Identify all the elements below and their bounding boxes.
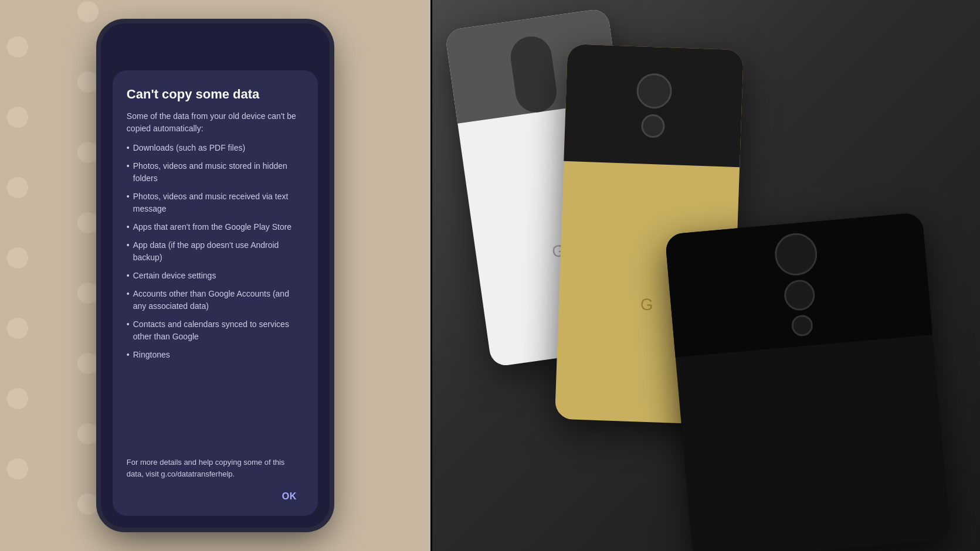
- ok-button[interactable]: OK: [277, 489, 301, 504]
- pixel-6pro-camera-bar: [564, 44, 744, 167]
- list-item-text: Apps that aren't from the Google Play St…: [133, 221, 291, 233]
- dialog-footer: For more details and help copying some o…: [127, 457, 304, 479]
- black-lens-large: [773, 232, 819, 277]
- bullet-icon: •: [127, 142, 130, 154]
- pixel-6pro-black: [664, 212, 950, 551]
- dialog-subtitle: Some of the data from your old device ca…: [127, 110, 304, 135]
- bullet-icon: •: [127, 191, 130, 203]
- dialog-card: Can't copy some data Some of the data fr…: [113, 70, 318, 516]
- bullet-icon: •: [127, 239, 130, 251]
- right-panel: G G: [432, 0, 980, 551]
- pixel-6pro-black-camera-bar: [664, 212, 932, 358]
- black-lens-small: [791, 314, 813, 337]
- list-item: •Ringtones: [127, 349, 304, 361]
- dialog-title: Can't copy some data: [127, 87, 304, 102]
- list-item: •Downloads (such as PDF files): [127, 142, 304, 154]
- list-item-text: Ringtones: [133, 349, 170, 361]
- phone-screen: Can't copy some data Some of the data fr…: [101, 23, 330, 528]
- pixel-6pro-logo: G: [635, 292, 659, 317]
- black-lens-group: [773, 232, 824, 338]
- bullet-icon: •: [127, 288, 130, 300]
- pixel-7a-lens: [508, 34, 559, 115]
- list-item-text: Photos, videos and music received via te…: [133, 191, 304, 215]
- list-item: •Photos, videos and music received via t…: [127, 191, 304, 215]
- bullet-icon: •: [127, 318, 130, 331]
- bullet-icon: •: [127, 221, 130, 233]
- list-item-text: Accounts other than Google Accounts (and…: [133, 288, 304, 312]
- pixel-6pro-secondary-lens: [640, 114, 664, 138]
- list-item: •App data (if the app doesn't use Androi…: [127, 239, 304, 264]
- list-item: •Contacts and calendars synced to servic…: [127, 318, 304, 343]
- pixel-6pro-main-lens: [636, 73, 672, 109]
- list-item: •Certain device settings: [127, 270, 304, 282]
- list-item-text: App data (if the app doesn't use Android…: [133, 239, 304, 264]
- phone-device: Can't copy some data Some of the data fr…: [101, 23, 330, 528]
- bullet-icon: •: [127, 160, 130, 172]
- bullet-icon: •: [127, 270, 130, 282]
- list-item-text: Downloads (such as PDF files): [133, 142, 245, 154]
- dialog-ok-row: OK: [127, 489, 304, 504]
- left-panel: Can't copy some data Some of the data fr…: [0, 0, 430, 551]
- list-item-text: Certain device settings: [133, 270, 216, 282]
- list-item-text: Photos, videos and music stored in hidde…: [133, 160, 304, 185]
- list-item: •Accounts other than Google Accounts (an…: [127, 288, 304, 312]
- list-item: •Photos, videos and music stored in hidd…: [127, 160, 304, 185]
- black-lens-med: [783, 278, 816, 311]
- list-item: •Apps that aren't from the Google Play S…: [127, 221, 304, 233]
- list-item-text: Contacts and calendars synced to service…: [133, 318, 304, 343]
- dialog-items-list: •Downloads (such as PDF files)•Photos, v…: [127, 142, 304, 450]
- bullet-icon: •: [127, 349, 130, 361]
